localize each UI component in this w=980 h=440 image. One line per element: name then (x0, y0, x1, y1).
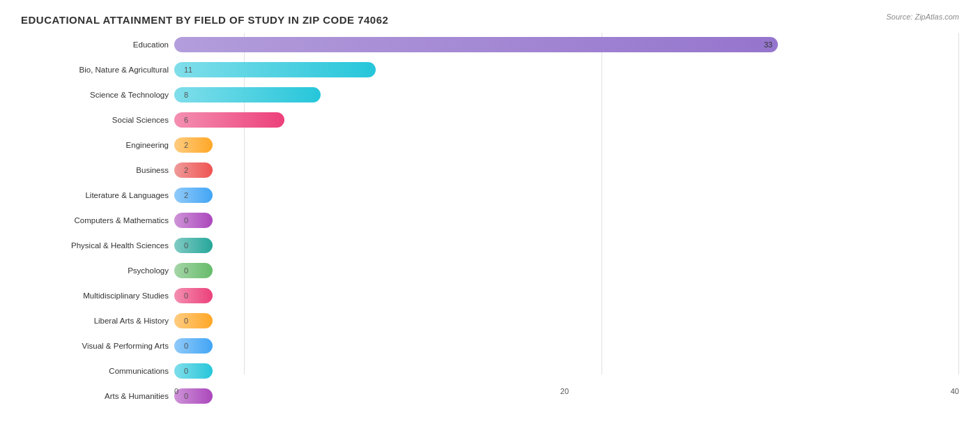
chart-container: EDUCATIONAL ATTAINMENT BY FIELD OF STUDY… (0, 0, 980, 440)
bar-value: 2 (184, 141, 188, 149)
bar-label: Communications (21, 367, 174, 375)
bar-row: Communications0 (21, 359, 959, 383)
bar-row: Social Sciences6 (21, 108, 959, 132)
bar-pill: 0 (174, 313, 213, 328)
bar-label: Business (21, 166, 174, 174)
bar-row: Science & Technology8 (21, 83, 959, 107)
bar-value: 11 (184, 66, 192, 74)
bar-value: 0 (184, 342, 188, 350)
bar-pill: 2 (174, 162, 213, 178)
bar-pill: 0 (174, 238, 213, 253)
bar-value: 0 (184, 241, 188, 250)
bar-value: 33 (764, 40, 772, 49)
bar-value: 2 (184, 191, 188, 199)
bar-label: Social Sciences (21, 116, 174, 124)
bar-row: Business2 (21, 158, 959, 182)
bar-label: Visual & Performing Arts (21, 342, 174, 350)
bar-value: 0 (184, 216, 188, 225)
bar-label: Engineering (21, 141, 174, 149)
bar-value: 0 (184, 266, 188, 275)
bar-row: Education33 (21, 33, 959, 56)
bar-pill: 0 (174, 363, 213, 379)
bar-label: Liberal Arts & History (21, 317, 174, 325)
bar-row: Literature & Languages2 (21, 183, 959, 207)
bar-label: Science & Technology (21, 91, 174, 99)
bar-pill: 33 (174, 37, 778, 52)
bar-row: Computers & Mathematics0 (21, 208, 959, 232)
bar-label: Arts & Humanities (21, 392, 174, 400)
bar-pill: 0 (174, 338, 213, 354)
x-axis: 0 20 40 (174, 387, 959, 395)
bar-pill: 8 (174, 87, 321, 103)
bars-section: Education33Bio, Nature & Agricultural11S… (21, 33, 959, 374)
bar-row: Physical & Health Sciences0 (21, 234, 959, 257)
bar-pill: 11 (174, 62, 376, 77)
bar-value: 2 (184, 166, 188, 174)
chart-title: EDUCATIONAL ATTAINMENT BY FIELD OF STUDY… (21, 14, 959, 26)
bar-value: 8 (184, 91, 188, 99)
bar-row: Multidisciplinary Studies0 (21, 284, 959, 308)
bar-row: Psychology0 (21, 259, 959, 282)
bar-label: Multidisciplinary Studies (21, 291, 174, 300)
bar-row: Engineering2 (21, 133, 959, 157)
bar-pill: 6 (174, 112, 284, 128)
bar-value: 6 (184, 116, 188, 124)
bar-value: 0 (184, 367, 188, 375)
bar-pill: 0 (174, 263, 213, 278)
x-tick-20: 20 (560, 387, 569, 395)
bar-label: Education (21, 40, 174, 49)
bar-label: Literature & Languages (21, 191, 174, 199)
bar-row: Bio, Nature & Agricultural11 (21, 58, 959, 82)
bar-value: 0 (184, 291, 188, 300)
bar-row: Visual & Performing Arts0 (21, 334, 959, 358)
x-tick-0: 0 (174, 387, 178, 395)
bar-pill: 0 (174, 288, 213, 303)
bar-label: Computers & Mathematics (21, 216, 174, 225)
bar-label: Psychology (21, 266, 174, 275)
bar-pill: 0 (174, 213, 213, 228)
bar-label: Bio, Nature & Agricultural (21, 66, 174, 74)
bar-row: Liberal Arts & History0 (21, 309, 959, 333)
source-label: Source: ZipAtlas.com (886, 13, 959, 21)
bar-value: 0 (184, 317, 188, 325)
x-tick-40: 40 (951, 387, 959, 395)
bar-pill: 2 (174, 188, 213, 203)
bar-label: Physical & Health Sciences (21, 241, 174, 250)
chart-area: Education33Bio, Nature & Agricultural11S… (21, 33, 959, 395)
bar-pill: 2 (174, 137, 213, 153)
